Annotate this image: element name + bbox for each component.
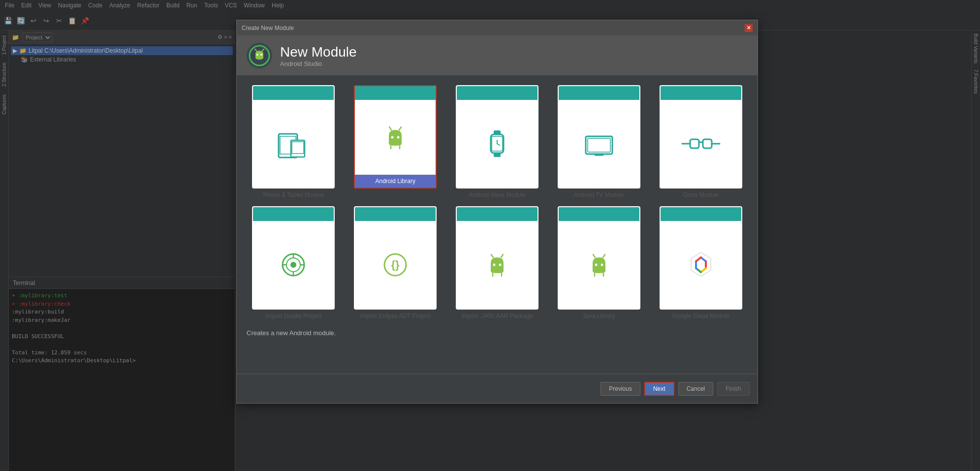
svg-rect-27 [690, 139, 699, 148]
svg-rect-8 [291, 140, 305, 157]
svg-line-21 [497, 144, 500, 145]
previous-button[interactable]: Previous [601, 382, 640, 396]
module-card-top-android [355, 86, 436, 100]
module-description: Creates a new Android module. [247, 329, 748, 337]
module-card-phone-tablet[interactable] [252, 85, 335, 188]
svg-point-33 [290, 262, 296, 268]
module-card-body-gradle [253, 221, 334, 309]
module-card-body-android [355, 100, 436, 175]
module-grid: Phone & Tablet Module [247, 85, 748, 319]
glass-icon [681, 131, 721, 156]
svg-line-13 [399, 127, 401, 130]
dialog-header: New Module Android Studio [237, 36, 758, 75]
dialog-header-title: New Module [280, 44, 357, 61]
module-card-java-library[interactable] [558, 206, 640, 310]
module-card-body-jar [457, 221, 537, 309]
svg-point-37 [499, 264, 501, 266]
svg-text:{}: {} [391, 258, 400, 271]
module-card-top-wear [457, 86, 537, 100]
module-wrapper-glass: Glass Module [654, 85, 748, 198]
module-card-glass[interactable] [660, 85, 742, 188]
module-label-android-tv: Android TV Module [574, 191, 625, 198]
module-wrapper-phone-tablet: Phone & Tablet Module [247, 85, 341, 198]
dialog-footer: Previous Next Cancel Finish [237, 374, 758, 403]
svg-point-42 [595, 264, 597, 266]
module-card-body-eclipse: {} [355, 221, 436, 309]
dialog-close-button[interactable]: ✕ [745, 24, 753, 32]
module-label-java-library: Java Library [583, 313, 615, 319]
android-wear-icon [480, 126, 514, 161]
module-card-top-tv [559, 86, 639, 100]
module-label-glass: Glass Module [683, 191, 719, 198]
module-card-top-phone [253, 86, 334, 100]
android-studio-logo-icon [247, 43, 272, 68]
eclipse-icon: {} [378, 248, 412, 282]
dialog-header-subtitle: Android Studio [280, 60, 357, 67]
svg-point-10 [391, 136, 394, 139]
module-label-import-eclipse: Import Eclipse ADT Project [360, 313, 431, 319]
module-card-android-wear[interactable] [456, 85, 538, 188]
next-button[interactable]: Next [644, 382, 674, 396]
android-tv-icon [582, 126, 616, 161]
module-card-android-library[interactable]: Android Library [354, 85, 437, 188]
jar-aar-icon [480, 248, 514, 282]
phone-tablet-icon [276, 126, 311, 161]
module-label-android-wear: Android Wear Module [469, 191, 526, 198]
google-cloud-icon [684, 248, 718, 282]
module-label-google-cloud: Google Cloud Module [672, 313, 729, 319]
dialog-logo [247, 43, 272, 68]
module-wrapper-android-wear: Android Wear Module [450, 85, 544, 198]
java-library-icon [582, 248, 616, 282]
module-card-top-glass [661, 86, 741, 100]
module-label-import-gradle: Import Gradle Project [265, 313, 321, 319]
module-card-google-cloud[interactable] [660, 206, 742, 310]
svg-line-38 [491, 254, 493, 257]
module-card-footer-android: Android Library [355, 175, 436, 188]
module-card-top-gcloud [661, 207, 741, 221]
module-wrapper-import-eclipse: {} Import Eclipse ADT Project [348, 206, 443, 319]
module-card-body-wear [457, 100, 537, 188]
svg-line-39 [501, 254, 503, 257]
module-card-body-gcloud [661, 221, 741, 309]
module-card-top-java [559, 207, 639, 221]
svg-rect-28 [703, 139, 712, 148]
module-card-android-tv[interactable] [558, 85, 640, 188]
finish-button[interactable]: Finish [717, 382, 750, 396]
module-card-top-jar [457, 207, 537, 221]
dialog-content: Phone & Tablet Module [237, 75, 758, 374]
dialog-header-text: New Module Android Studio [280, 44, 357, 68]
svg-rect-23 [588, 138, 610, 152]
module-card-import-gradle[interactable] [252, 206, 335, 310]
module-wrapper-import-gradle: Import Gradle Project [247, 206, 341, 319]
module-card-body-java [559, 221, 639, 309]
module-wrapper-android-library: Android Library [348, 85, 443, 198]
svg-rect-22 [586, 136, 612, 154]
gradle-icon [276, 248, 311, 282]
svg-point-11 [397, 136, 400, 139]
module-card-import-eclipse[interactable]: {} [354, 206, 437, 310]
svg-line-44 [593, 254, 595, 257]
android-library-icon [378, 120, 412, 155]
svg-point-36 [493, 264, 495, 266]
dialog-titlebar: Create New Module ✕ [237, 20, 758, 36]
svg-point-2 [256, 54, 258, 56]
module-card-top-gradle [253, 207, 334, 221]
svg-point-43 [601, 264, 603, 266]
cancel-button[interactable]: Cancel [678, 382, 713, 396]
module-label-import-jar: Import .JAR/.AAR Package [462, 313, 533, 319]
module-card-body-phone [253, 100, 334, 188]
create-new-module-dialog: Create New Module ✕ New Module Android S… [236, 20, 758, 404]
module-card-import-jar[interactable] [456, 206, 538, 310]
module-wrapper-android-tv: Android TV Module [552, 85, 646, 198]
module-label-phone-tablet: Phone & Tablet Module [263, 191, 324, 198]
module-card-body-glass [661, 100, 741, 188]
dialog-title-label: Create New Module [242, 25, 294, 31]
module-wrapper-java-library: Java Library [552, 206, 646, 319]
svg-line-12 [389, 127, 391, 130]
module-card-top-eclipse [355, 207, 436, 221]
module-card-body-tv [559, 100, 639, 188]
module-wrapper-import-jar: Import .JAR/.AAR Package [450, 206, 544, 319]
svg-point-3 [260, 54, 262, 56]
svg-line-45 [603, 254, 605, 257]
module-wrapper-google-cloud: Google Cloud Module [654, 206, 748, 319]
